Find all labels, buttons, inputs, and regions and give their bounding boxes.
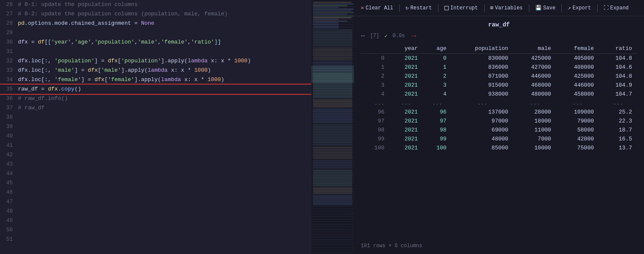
code-line-36: 36 # raw_df.info() (0, 94, 311, 103)
save-button[interactable]: 💾 Save (532, 3, 559, 13)
toolbar-separator-2 (438, 4, 438, 12)
cell-index: 3 (361, 81, 389, 90)
interrupt-button[interactable]: Interrupt (441, 3, 482, 13)
cell-male: 18000 (513, 117, 556, 126)
cell-index: 1 (361, 63, 389, 72)
table-row: 100202110085000100007500013.7 (361, 143, 637, 152)
cell-female: 58000 (556, 126, 599, 134)
dots-menu-icon[interactable]: ⋯ (361, 32, 365, 40)
output-panel: ✕ Clear All ↻ Restart Interrupt ⊞ Variab… (354, 0, 644, 254)
cell-year: 2021 (389, 63, 423, 72)
interrupt-label: Interrupt (450, 5, 478, 11)
cell-ratio: 104.9 (599, 81, 637, 90)
export-label: Export (573, 5, 591, 11)
toolbar: ✕ Clear All ↻ Restart Interrupt ⊞ Variab… (354, 0, 644, 16)
code-line-41: 41 (0, 141, 311, 150)
col-ratio: ratio (599, 44, 637, 54)
cell-population: 137000 (452, 108, 513, 117)
cell-population: 915000 (452, 81, 513, 90)
cell-age: 0 (423, 54, 452, 63)
toolbar-separator-6 (597, 4, 598, 12)
cell-index: 100 (361, 143, 389, 152)
cell-female: 79000 (556, 117, 599, 126)
table-row: 220212871000446000425000104.8 (361, 72, 637, 81)
code-line-47: 47 (0, 197, 311, 207)
cell-ratio: ... (599, 99, 637, 108)
cell-ratio: 25.2 (599, 108, 637, 117)
expand-button[interactable]: ⛶ Expand (600, 3, 632, 13)
cell-year: 2021 (389, 143, 423, 152)
export-icon: ↗ (568, 5, 571, 11)
toolbar-separator-4 (529, 4, 529, 12)
table-footer: 101 rows × 6 columns (361, 239, 637, 249)
code-line-33: 33 dfx.loc[:, 'male'] = dfx['male'].appl… (0, 66, 311, 75)
cell-population: ... (452, 99, 513, 108)
cell-population: 938000 (452, 90, 513, 99)
code-line-40: 40 (0, 131, 311, 141)
variables-label: Variables (495, 5, 523, 11)
cell-population: 830000 (452, 54, 513, 63)
table-row: 992021994800070004200016.5 (361, 134, 637, 143)
code-line-29: 29 (0, 28, 311, 38)
cell-ratio: 18.7 (599, 126, 637, 134)
cell-ratio: 104.8 (599, 72, 637, 81)
col-male: male (513, 44, 556, 54)
cell-population: 97000 (452, 117, 513, 126)
code-line-31: 31 (0, 47, 311, 56)
cell-index: 2 (361, 72, 389, 81)
output-content: raw_df ⋯ [7] ✓ 0.0s → year age popu (354, 16, 644, 254)
code-line-35: 35 raw_df = dfx.copy() (0, 85, 311, 94)
code-line-28: 28 pd.options.mode.chained_assignment = … (0, 19, 311, 28)
cell-female: 109000 (556, 108, 599, 117)
col-population: population (452, 44, 513, 54)
cell-index: 98 (361, 126, 389, 134)
code-line-46: 46 (0, 188, 311, 197)
table-row: 420214938000480000458000104.7 (361, 90, 637, 99)
cell-population: 871000 (452, 72, 513, 81)
cell-number: [7] (370, 33, 380, 39)
table-row: 9720219797000180007900022.3 (361, 117, 637, 126)
variables-button[interactable]: ⊞ Variables (487, 3, 526, 13)
table-row: 320213915000468000446000104.9 (361, 81, 637, 90)
expand-icon: ⛶ (603, 5, 609, 11)
table-row: 020210830000425000405000104.8 (361, 54, 637, 63)
expand-label: Expand (610, 5, 629, 11)
interrupt-icon (444, 6, 449, 10)
export-button[interactable]: ↗ Export (564, 3, 594, 13)
cell-index: 99 (361, 134, 389, 143)
df-table-wrapper: year age population male female ratio 02… (361, 44, 637, 238)
cell-population: 48000 (452, 134, 513, 143)
cell-male: 480000 (513, 90, 556, 99)
cell-female: ... (556, 99, 599, 108)
cell-female: 458000 (556, 90, 599, 99)
cell-ratio: 104.7 (599, 90, 637, 99)
cell-female: 446000 (556, 81, 599, 90)
cell-year: 2021 (389, 72, 423, 81)
cell-population: 69000 (452, 126, 513, 134)
code-line-50: 50 (0, 225, 311, 235)
table-row: 962021961370002800010900025.2 (361, 108, 637, 117)
variables-icon: ⊞ (490, 5, 493, 11)
col-age: age (423, 44, 452, 54)
restart-button[interactable]: ↻ Restart (402, 3, 435, 13)
dataframe-table: year age population male female ratio 02… (361, 44, 637, 152)
cell-age: 2 (423, 72, 452, 81)
cell-female: 405000 (556, 54, 599, 63)
arrow-right-icon: → (412, 32, 416, 40)
table-row: ..................... (361, 99, 637, 108)
col-index (361, 44, 389, 54)
cell-year: 2021 (389, 54, 423, 63)
code-line-48: 48 (0, 207, 311, 216)
clear-all-button[interactable]: ✕ Clear All (357, 3, 397, 13)
cell-male: 425000 (513, 54, 556, 63)
cell-index: ... (361, 99, 389, 108)
code-line-37: 37 # raw_df (0, 103, 311, 113)
cell-male: 28000 (513, 108, 556, 117)
code-line-38: 38 (0, 113, 311, 122)
code-line-39: 39 (0, 122, 311, 131)
cell-index: 97 (361, 117, 389, 126)
code-line-34: 34 dfx.loc[:, 'female'] = dfx['female'].… (0, 75, 311, 85)
cell-age: 1 (423, 63, 452, 72)
restart-label: Restart (410, 5, 432, 11)
cell-male: 427000 (513, 63, 556, 72)
